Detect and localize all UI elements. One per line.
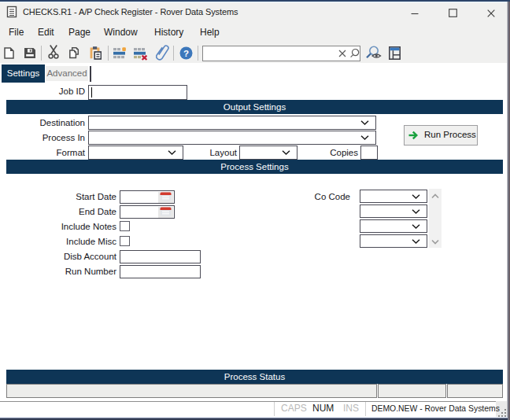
svg-text:?: ? — [183, 49, 189, 58]
